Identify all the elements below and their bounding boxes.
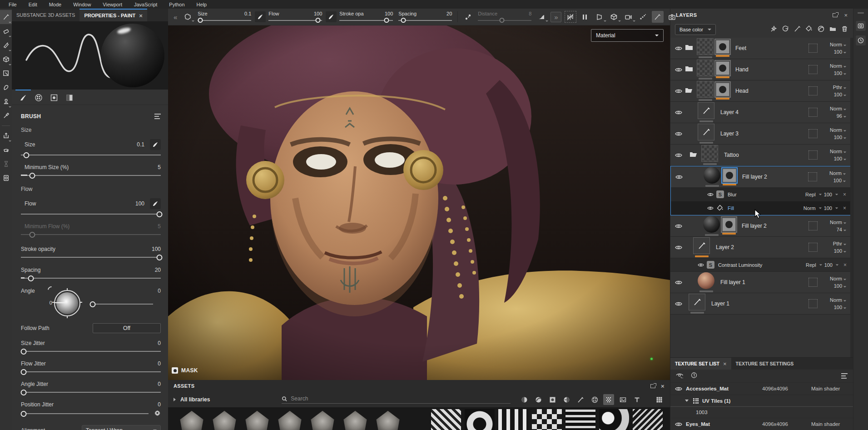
uv-tiles-row[interactable]: UV Tiles (1) <box>670 395 853 407</box>
layer-row-layer2[interactable]: Layer 2 Pthr 100 <box>670 237 853 258</box>
effect-opacity[interactable]: 100 <box>824 192 832 197</box>
menu-help[interactable]: Help <box>191 2 213 7</box>
layers-scrollbar[interactable] <box>850 38 853 357</box>
pause-engine-icon[interactable] <box>579 11 591 23</box>
toolbar-spacing-value[interactable]: 20 <box>446 11 452 16</box>
selection-dashed-box[interactable] <box>808 86 818 95</box>
layer-opacity[interactable]: 100 <box>834 156 842 161</box>
asset-thumbnail[interactable] <box>498 409 528 430</box>
add-group-icon[interactable] <box>829 25 837 35</box>
toolbar-flow-group[interactable]: Flow100 <box>268 11 322 23</box>
remove-effect-icon[interactable] <box>843 205 846 211</box>
tab-properties-paint[interactable]: PROPERTIES - PAINT <box>79 9 147 21</box>
asset-thumbnail[interactable] <box>275 409 304 430</box>
viewport-material-dropdown[interactable]: Material <box>591 29 664 42</box>
layer-opacity[interactable]: 96 <box>837 113 842 119</box>
eraser-tool[interactable] <box>0 24 12 38</box>
fill-layer-thumbnail[interactable] <box>704 167 720 184</box>
visibility-eye-icon[interactable] <box>675 175 685 180</box>
asset-search[interactable] <box>282 395 511 404</box>
remove-effect-icon[interactable] <box>843 191 846 198</box>
angle-dial[interactable]: 0 <box>54 290 80 316</box>
toolbar-stroke-opacity-group[interactable]: Stroke opa100 <box>339 11 393 23</box>
dock-handle[interactable] <box>858 12 864 14</box>
stroke-opacity-slider[interactable] <box>21 255 161 260</box>
mask-thumbnail[interactable] <box>716 40 729 54</box>
visibility-eye-icon[interactable] <box>675 153 685 158</box>
add-effect-icon[interactable] <box>770 25 778 35</box>
selection-dashed-box[interactable] <box>808 299 818 308</box>
menu-file[interactable]: File <box>3 2 23 7</box>
screenshot-camera-icon[interactable] <box>666 11 678 23</box>
folder-icon[interactable] <box>685 44 697 52</box>
filter-filters-icon[interactable] <box>561 394 572 405</box>
visibility-eye-icon[interactable] <box>675 245 685 250</box>
selection-dashed-box[interactable] <box>808 129 818 138</box>
visibility-eye-icon[interactable] <box>675 301 685 306</box>
visibility-eye-icon[interactable] <box>675 110 685 115</box>
toolbar-size-group[interactable]: Size0.1 <box>198 11 251 23</box>
position-jitter-value[interactable]: 0 <box>158 401 161 408</box>
toolbar-flow-pressure-button[interactable] <box>326 11 337 22</box>
toolbar-spacing-group[interactable]: Spacing20 <box>398 11 452 23</box>
folder-open-icon[interactable] <box>689 151 701 159</box>
blend-mode[interactable]: Norm <box>830 106 842 111</box>
folder-icon[interactable] <box>685 65 697 74</box>
history-icon[interactable] <box>856 35 866 45</box>
filter-text-icon[interactable] <box>631 394 642 405</box>
toolbar-flow-slider[interactable] <box>268 18 322 23</box>
folder-open-icon[interactable] <box>685 87 697 95</box>
texture-set-row[interactable]: Eyes_Mat 4096x4096 Main shader <box>670 418 853 430</box>
mask-thumbnail[interactable] <box>716 83 729 96</box>
selection-dashed-box[interactable] <box>808 172 817 181</box>
close-panel-icon[interactable] <box>661 383 665 389</box>
selection-dashed-box[interactable] <box>808 44 818 53</box>
visibility-eye-icon[interactable] <box>707 192 716 197</box>
layer-opacity[interactable]: 100 <box>834 135 842 140</box>
paint-layer-thumbnail[interactable] <box>693 237 710 254</box>
visibility-eye-icon[interactable] <box>675 224 685 229</box>
filter-patterns-icon[interactable] <box>603 394 614 405</box>
perspective-icon[interactable] <box>594 11 605 23</box>
selection-dashed-box[interactable] <box>808 243 818 252</box>
angle-slider[interactable] <box>90 301 154 307</box>
falloff-curve-icon[interactable] <box>536 11 547 23</box>
bake-tool[interactable] <box>0 143 12 157</box>
paint-layer-thumbnail[interactable] <box>698 124 714 140</box>
asset-thumbnail[interactable] <box>465 409 495 430</box>
delete-layer-icon[interactable] <box>841 25 848 35</box>
texture-set-filter-icon[interactable] <box>841 373 848 379</box>
effect-opacity[interactable]: 100 <box>824 262 833 268</box>
blend-mode[interactable]: Norm <box>830 276 842 281</box>
group-thumbnail[interactable] <box>697 81 714 98</box>
visibility-eye-icon[interactable] <box>675 46 685 51</box>
grid-view-icon[interactable] <box>654 394 665 405</box>
blend-mode[interactable]: Norm <box>830 127 842 133</box>
layer-opacity[interactable]: 74 <box>837 227 842 232</box>
gear-icon[interactable] <box>154 410 161 418</box>
layer-opacity[interactable]: 100 <box>834 248 842 254</box>
toolbar-size-slider[interactable] <box>198 18 251 23</box>
subtab-stencil-icon[interactable] <box>62 90 77 105</box>
menu-mode[interactable]: Mode <box>43 2 68 7</box>
menu-edit[interactable]: Edit <box>23 2 43 7</box>
layer-row-feet[interactable]: Feet Norm 100 <box>670 38 853 59</box>
tab-substance-3d-assets[interactable]: SUBSTANCE 3D ASSETS <box>12 9 79 21</box>
polygon-select-tool[interactable] <box>0 66 12 80</box>
expand-toolbar-icon[interactable] <box>551 12 561 22</box>
selection-dashed-box[interactable] <box>808 278 818 287</box>
min-size-slider[interactable] <box>21 173 161 179</box>
size-slider[interactable] <box>21 152 161 158</box>
effect-blend-mode[interactable]: Repl <box>805 192 816 197</box>
size-pressure-button[interactable] <box>150 139 161 150</box>
visibility-eye-icon[interactable] <box>698 263 707 267</box>
subtab-alpha-icon[interactable] <box>46 90 62 105</box>
channel-dropdown[interactable]: Base color <box>675 24 716 35</box>
filter-procedurals-icon[interactable] <box>589 394 600 405</box>
symmetry-icon[interactable] <box>565 11 576 23</box>
layer-row-hand[interactable]: Hand Norm 100 <box>670 59 853 80</box>
spacing-slider[interactable] <box>21 275 161 281</box>
all-libraries-dropdown[interactable]: All libraries <box>174 396 282 403</box>
min-size-value[interactable]: 5 <box>158 164 161 170</box>
material-picker-tool[interactable] <box>0 109 12 123</box>
